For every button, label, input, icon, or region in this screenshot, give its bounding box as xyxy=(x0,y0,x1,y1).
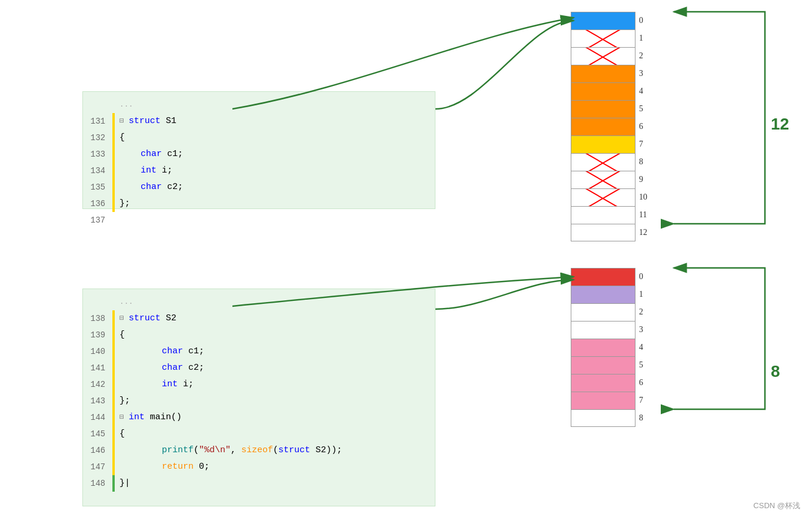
top-memory-diagram: 0 1 2 3 4 5 6 7 8 9 10 11 12 xyxy=(571,12,647,241)
code-line: 143 }; xyxy=(83,393,435,409)
memory-cell-b2 xyxy=(571,304,635,322)
label-12: 12 xyxy=(771,115,789,134)
code-line: 145 { xyxy=(83,426,435,442)
top-code-panel: ... 131 ⊟ struct S1 132 { 133 char c1; 1… xyxy=(82,91,435,209)
memory-cell-6 xyxy=(571,118,635,136)
memory-cell-b1 xyxy=(571,286,635,304)
memory-cell-5 xyxy=(571,101,635,118)
bottom-code-panel: ... 138 ⊟ struct S2 139 { 140 char c1; 1… xyxy=(82,289,435,506)
memory-cell-b6 xyxy=(571,375,635,392)
memory-numbers-bottom: 0 1 2 3 4 5 6 7 8 xyxy=(639,268,643,427)
code-line: 144 ⊟ int main() xyxy=(83,409,435,426)
code-line: ... xyxy=(83,97,435,113)
code-line: 132 { xyxy=(83,130,435,146)
memory-cells-top xyxy=(571,12,635,241)
memory-numbers-top: 0 1 2 3 4 5 6 7 8 9 10 11 12 xyxy=(639,12,647,241)
memory-cells-bottom xyxy=(571,268,635,427)
memory-cell-b7 xyxy=(571,392,635,410)
memory-cell-11 xyxy=(571,207,635,224)
watermark: CSDN @杯浅 xyxy=(753,501,800,511)
code-line: 134 int i; xyxy=(83,163,435,179)
code-line: 141 char c2; xyxy=(83,360,435,376)
code-line: 139 { xyxy=(83,327,435,343)
memory-cell-b5 xyxy=(571,357,635,375)
code-line: 138 ⊟ struct S2 xyxy=(83,310,435,327)
memory-cell-7 xyxy=(571,136,635,154)
memory-cell-1 xyxy=(571,30,635,48)
memory-cell-8 xyxy=(571,154,635,171)
memory-cell-b4 xyxy=(571,339,635,357)
code-line: 135 char c2; xyxy=(83,179,435,195)
code-line: 140 char c1; xyxy=(83,343,435,360)
code-line: 136 }; xyxy=(83,195,435,212)
code-line: 146 printf("%d\n", sizeof(struct S2)); xyxy=(83,442,435,459)
memory-cell-9 xyxy=(571,171,635,189)
label-8: 8 xyxy=(771,362,780,381)
memory-cell-0 xyxy=(571,12,635,30)
memory-cell-b0 xyxy=(571,269,635,286)
memory-cell-2 xyxy=(571,48,635,65)
code-line: 147 return 0; xyxy=(83,459,435,475)
code-line: 131 ⊟ struct S1 xyxy=(83,113,435,130)
code-line: ... xyxy=(83,294,435,310)
memory-cell-4 xyxy=(571,83,635,101)
memory-cell-3 xyxy=(571,65,635,83)
memory-cell-b3 xyxy=(571,322,635,339)
code-line: 133 char c1; xyxy=(83,146,435,163)
code-line: 148 }| xyxy=(83,475,435,492)
code-line: 142 int i; xyxy=(83,376,435,393)
memory-cell-10 xyxy=(571,189,635,207)
code-line: 137 xyxy=(83,212,435,228)
bottom-memory-diagram: 0 1 2 3 4 5 6 7 8 xyxy=(571,268,643,427)
